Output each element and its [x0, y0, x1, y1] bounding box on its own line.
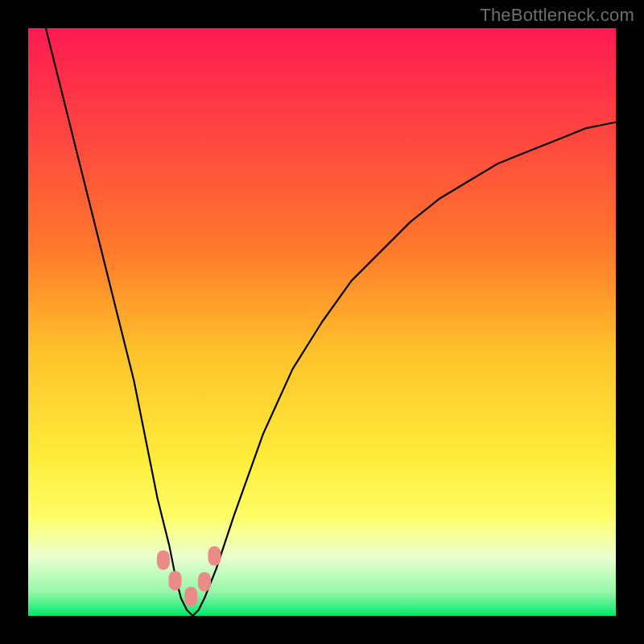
marker-bottom: [184, 587, 197, 606]
marker-left-upper: [157, 551, 170, 570]
watermark-text: TheBottleneck.com: [480, 5, 634, 26]
curve-layer: [28, 28, 616, 616]
chart-frame: TheBottleneck.com: [0, 0, 644, 644]
marker-right-upper: [208, 547, 221, 566]
plot-area: [28, 28, 616, 616]
bottleneck-curve: [46, 28, 616, 616]
marker-left-lower: [169, 571, 182, 590]
marker-right-lower: [198, 572, 211, 592]
